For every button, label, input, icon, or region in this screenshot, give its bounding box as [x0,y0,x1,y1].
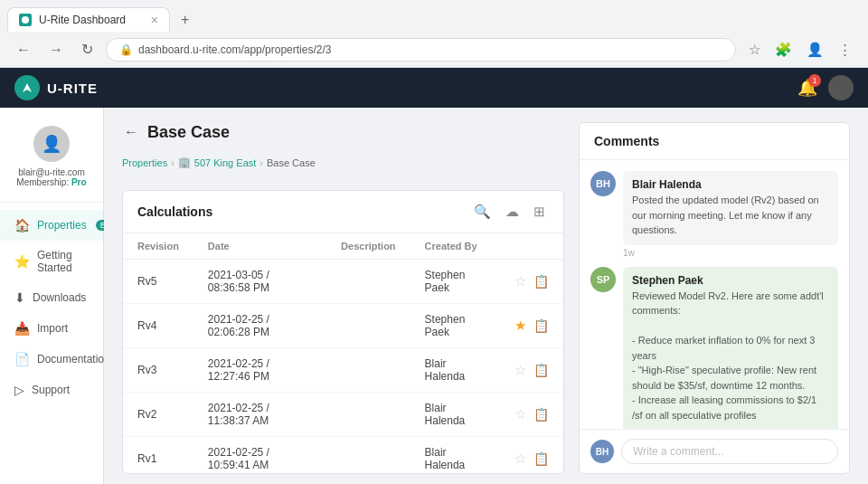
comments-body: BH Blair Halenda Posted the updated mode… [580,160,849,429]
cell-date: 2021-02-25 / 12:27:46 PM [193,348,326,393]
grid-view-button[interactable]: ⊞ [530,202,549,222]
comment-item: SP Stephen Paek Reviewed Model Rv2. Here… [590,267,838,430]
sidebar-item-documentation[interactable]: 📄 Documentation [0,344,103,375]
properties-icon: 🏠 [14,218,30,233]
forward-nav-button[interactable]: → [43,38,69,62]
cell-description [326,437,410,475]
comments-header: Comments [580,123,849,160]
file-button[interactable]: 📋 [533,451,549,466]
file-button[interactable]: 📋 [533,318,549,333]
notification-bell[interactable]: 🔔 1 [797,78,817,98]
logo-icon [14,75,40,100]
sidebar-item-import[interactable]: 📥 Import [0,313,103,344]
star-button[interactable]: ☆ [514,406,526,422]
sidebar-item-properties[interactable]: 🏠 Properties BETA [0,210,103,241]
cell-actions: ★ 📋 [500,304,563,348]
menu-button[interactable]: ⋮ [833,38,857,62]
cell-created-by: Blair Halenda [410,348,500,393]
building-icon: 🏢 [178,157,191,168]
sidebar: 👤 blair@u-rite.com Membership: Pro 🏠 Pro… [0,108,104,484]
sidebar-label-downloads: Downloads [33,291,86,304]
cell-revision: Rv2 [123,393,193,437]
calculations-table: Revision Date Description Created By Rv5… [123,233,563,474]
tab-title: U-Rite Dashboard [39,14,144,26]
cell-revision: Rv4 [123,304,193,348]
col-actions [500,233,563,260]
file-button[interactable]: 📋 [533,407,549,422]
logo-area: U-RITE [14,75,98,100]
star-button[interactable]: ★ [514,318,526,334]
logo-text: U-RITE [47,81,98,96]
search-button[interactable]: 🔍 [470,202,495,222]
new-tab-button[interactable]: + [174,8,196,32]
comment-bubble: Stephen Paek Reviewed Model Rv2. Here ar… [623,267,838,430]
sidebar-item-getting-started[interactable]: ⭐ Getting Started [0,241,103,282]
sidebar-label-documentation: Documentation [37,353,110,365]
breadcrumb-property[interactable]: 507 King East [194,157,257,168]
file-button[interactable]: 📋 [533,363,549,377]
col-created-by: Created By [410,233,500,260]
cell-description [326,304,410,348]
comment-time: 1w [623,248,838,258]
right-panel: Comments BH Blair Halenda Posted the upd… [579,122,850,474]
cloud-upload-button[interactable]: ☁ [502,202,523,222]
notification-badge: 1 [808,74,821,87]
calculations-header: Calculations 🔍 ☁ ⊞ [123,191,563,233]
address-text: dashboard.u-rite.com/app/properties/2/3 [138,43,722,56]
table-row: Rv3 2021-02-25 / 12:27:46 PM Blair Halen… [123,348,563,393]
table-row: Rv5 2021-03-05 / 08:36:58 PM Stephen Pae… [123,260,563,304]
cell-description [326,348,410,393]
sidebar-item-support[interactable]: ▷ Support [0,375,103,405]
lock-icon: 🔒 [119,43,133,56]
breadcrumb-properties[interactable]: Properties [122,157,167,168]
comment-text: Reviewed Model Rv2. Here are some addt'l… [632,289,829,430]
user-email: blair@u-rite.com [18,167,85,177]
sidebar-label-properties: Properties [37,219,87,232]
cell-description [326,393,410,437]
extensions-button[interactable]: 🧩 [769,38,797,62]
bookmark-button[interactable]: ☆ [743,38,766,62]
breadcrumb: Properties › 🏢 507 King East › Base Case [122,157,564,168]
comment-item: BH Blair Halenda Posted the updated mode… [590,171,838,258]
back-nav-button[interactable]: ← [11,38,36,62]
file-button[interactable]: 📋 [533,274,549,289]
sidebar-label-getting-started: Getting Started [37,249,89,274]
comment-input[interactable] [621,439,838,464]
sidebar-label-import: Import [37,322,68,335]
page-header: ← Base Case [122,122,564,142]
back-button[interactable]: ← [122,122,140,142]
sidebar-label-support: Support [32,384,70,396]
comments-card: Comments BH Blair Halenda Posted the upd… [579,122,850,474]
profile-button[interactable]: 👤 [801,38,829,62]
tab-close-button[interactable]: × [151,14,158,26]
svg-point-0 [22,16,29,24]
cell-description [326,260,410,304]
comments-title: Comments [594,134,659,148]
membership-value: Pro [71,177,87,187]
address-bar[interactable]: 🔒 dashboard.u-rite.com/app/properties/2/… [106,38,736,62]
cell-created-by: Stephen Paek [410,260,500,304]
cell-actions: ☆ 📋 [500,260,563,304]
comment-bubble: Blair Halenda Posted the updated model (… [623,171,838,245]
calculations-title: Calculations [137,204,463,219]
cell-date: 2021-02-25 / 10:59:41 AM [193,437,326,475]
refresh-button[interactable]: ↻ [76,37,99,62]
sidebar-item-downloads[interactable]: ⬇ Downloads [0,282,103,313]
star-button[interactable]: ☆ [514,273,526,289]
star-button[interactable]: ☆ [514,362,526,378]
breadcrumb-current: Base Case [267,157,316,168]
cell-actions: ☆ 📋 [500,437,563,475]
cell-date: 2021-02-25 / 11:38:37 AM [193,393,326,437]
browser-tab[interactable]: U-Rite Dashboard × [7,7,170,32]
cell-revision: Rv3 [123,348,193,393]
calculations-actions: 🔍 ☁ ⊞ [470,202,549,222]
nav-avatar[interactable] [828,75,854,100]
star-button[interactable]: ☆ [514,451,526,467]
user-avatar: 👤 [33,126,70,162]
left-panel: ← Base Case Properties › 🏢 507 King East… [122,122,564,474]
sidebar-nav: 🏠 Properties BETA ⭐ Getting Started ⬇ Do… [0,203,103,413]
import-icon: 📥 [14,321,30,336]
comment-text: Posted the updated model (Rv2) based on … [632,193,829,238]
table-row: Rv4 2021-02-25 / 02:06:28 PM Stephen Pae… [123,304,563,348]
comment-footer: BH [580,429,849,473]
